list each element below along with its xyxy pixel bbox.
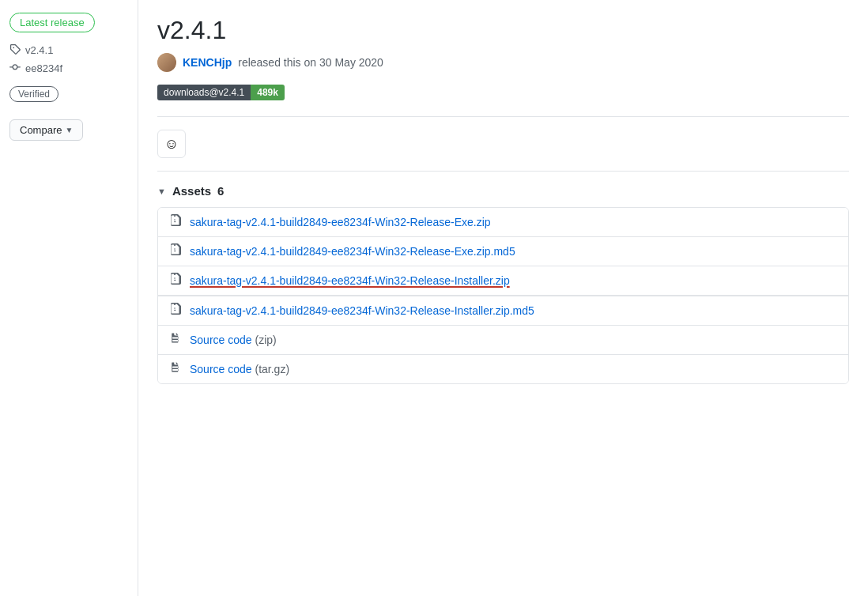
asset-link-source-targz[interactable]: Source code (tar.gz)	[190, 363, 289, 375]
assets-count: 6	[217, 184, 224, 198]
assets-label: Assets	[172, 184, 211, 198]
assets-list: sakura-tag-v2.4.1-build2849-ee8234f-Win3…	[157, 207, 849, 384]
list-item: Source code (tar.gz)	[158, 355, 848, 383]
downloads-label: downloads@v2.4.1	[157, 85, 251, 100]
chevron-down-icon: ▼	[65, 126, 73, 134]
asset-link-source-zip[interactable]: Source code (zip)	[190, 334, 277, 346]
release-title: v2.4.1	[157, 16, 849, 45]
asset-link[interactable]: sakura-tag-v2.4.1-build2849-ee8234f-Win3…	[190, 304, 534, 317]
avatar	[157, 53, 176, 72]
list-item: sakura-tag-v2.4.1-build2849-ee8234f-Win3…	[158, 266, 848, 296]
tag-icon	[9, 43, 21, 57]
commit-value: ee8234f	[25, 62, 62, 74]
assets-header: ▼ Assets 6	[157, 184, 849, 198]
tag-item: v2.4.1	[9, 43, 128, 57]
emoji-reaction-area: ☺	[157, 130, 849, 158]
divider-mid	[157, 171, 849, 172]
divider-top	[157, 116, 849, 117]
downloads-badge: downloads@v2.4.1 489k	[157, 85, 849, 100]
list-item: sakura-tag-v2.4.1-build2849-ee8234f-Win3…	[158, 237, 848, 266]
emoji-button[interactable]: ☺	[157, 130, 186, 158]
list-item: sakura-tag-v2.4.1-build2849-ee8234f-Win3…	[158, 208, 848, 237]
compare-label: Compare	[20, 124, 62, 136]
source-main-label: Source code	[190, 334, 252, 346]
archive-icon	[169, 214, 182, 230]
released-text: released this on 30 May 2020	[238, 56, 383, 69]
archive-icon	[169, 243, 182, 259]
release-meta: KENCHjp released this on 30 May 2020	[157, 53, 849, 72]
archive-icon	[169, 303, 182, 319]
asset-link-highlighted[interactable]: sakura-tag-v2.4.1-build2849-ee8234f-Win3…	[190, 274, 510, 287]
latest-release-badge[interactable]: Latest release	[9, 13, 95, 32]
source-suffix-label: (zip)	[255, 334, 277, 346]
source-icon	[169, 332, 182, 348]
list-item: sakura-tag-v2.4.1-build2849-ee8234f-Win3…	[158, 296, 848, 326]
author-link[interactable]: KENCHjp	[183, 56, 232, 69]
archive-icon	[169, 273, 182, 289]
asset-link[interactable]: sakura-tag-v2.4.1-build2849-ee8234f-Win3…	[190, 216, 491, 228]
assets-section: ▼ Assets 6 sakura-tag-v2.4.1-build2849-e…	[157, 184, 849, 384]
commit-icon	[9, 62, 21, 75]
main-content: v2.4.1 KENCHjp released this on 30 May 2…	[138, 0, 868, 596]
source-icon	[169, 361, 182, 377]
tag-value: v2.4.1	[25, 44, 53, 56]
compare-button[interactable]: Compare ▼	[9, 119, 83, 141]
asset-link[interactable]: sakura-tag-v2.4.1-build2849-ee8234f-Win3…	[190, 245, 515, 258]
smiley-icon: ☺	[164, 136, 179, 153]
list-item: Source code (zip)	[158, 326, 848, 355]
sidebar-meta: v2.4.1 ee8234f	[9, 43, 128, 75]
source-main-label2: Source code	[190, 363, 252, 375]
source-suffix-label2: (tar.gz)	[255, 363, 290, 375]
downloads-count: 489k	[251, 85, 285, 100]
sidebar: Latest release v2.4.1 ee8234f Veri	[0, 0, 138, 596]
commit-item: ee8234f	[9, 62, 128, 75]
verified-badge[interactable]: Verified	[9, 86, 58, 102]
chevron-right-icon: ▼	[157, 187, 166, 196]
